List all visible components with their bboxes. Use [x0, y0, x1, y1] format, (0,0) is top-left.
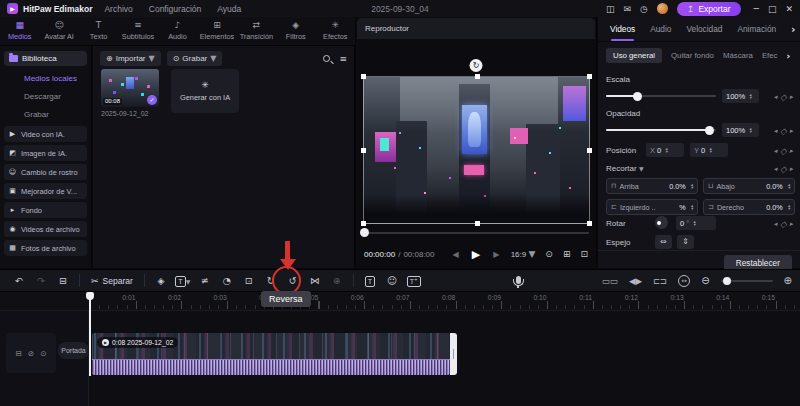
crop-icon[interactable]: ⊡ — [238, 275, 260, 286]
media-thumbnail[interactable]: 00:08 ✓ — [101, 69, 159, 107]
cover-button[interactable]: Portada — [58, 342, 89, 359]
ribbon-tab[interactable]: ▦ Medios — [0, 17, 39, 45]
maximize-icon[interactable]: □ — [768, 4, 777, 14]
library-item[interactable]: Medios locales — [0, 69, 91, 87]
previous-frame-icon[interactable]: ◀ — [453, 250, 459, 259]
stepper-icon[interactable]: ▴▾ — [693, 220, 695, 227]
list-view-icon[interactable]: ≡ — [339, 54, 347, 64]
search-icon[interactable] — [323, 55, 330, 62]
flip-vertical-icon[interactable]: ⇕ — [677, 235, 694, 249]
generate-ai-card[interactable]: ✳ Generar con IA — [171, 69, 239, 113]
ribbon-tab[interactable]: ≡ Subtítulos — [118, 17, 157, 45]
timeline-zoom-slider[interactable] — [721, 280, 773, 282]
video-selection[interactable] — [363, 76, 590, 224]
crop-field[interactable]: ⊓ Arriba 0.0% ▴▾ — [606, 178, 698, 194]
sidebar-item-biblioteca[interactable]: Biblioteca — [4, 51, 87, 66]
sidebar-tool[interactable]: ◉ Videos de archivo — [4, 221, 87, 237]
marker-icon[interactable]: ◈ — [150, 275, 172, 286]
selection-handle-nw[interactable] — [361, 74, 366, 79]
split-button[interactable]: ✂Separar — [91, 276, 133, 286]
sidebar-tool[interactable]: ▸ Fondo — [4, 202, 87, 218]
next-frame-icon[interactable]: ▶ — [493, 250, 499, 259]
crop-field[interactable]: ⊐ Derecho 0.0% ▴▾ — [703, 199, 795, 215]
timeline-ruler[interactable]: 0:010:020:030:040:050:060:070:080:090:10… — [0, 292, 800, 310]
layout-icon[interactable]: ◫ — [606, 4, 615, 14]
keyframe-controls[interactable]: ◂◇▸ — [773, 219, 793, 229]
selection-handle-n[interactable] — [475, 74, 480, 79]
ribbon-tab[interactable]: ✳ Efectos — [316, 17, 355, 45]
properties-subtab[interactable]: Efec — [762, 51, 778, 60]
playhead-line[interactable] — [89, 299, 91, 376]
stepper-icon[interactable]: ▴▾ — [709, 147, 711, 154]
snapshot-icon[interactable]: ⊙ — [545, 249, 553, 259]
ribbon-tab[interactable]: T Texto — [79, 17, 118, 45]
properties-tab[interactable]: Audio — [650, 24, 671, 34]
library-item[interactable]: Descargar — [0, 87, 91, 105]
scale-value-box[interactable]: 100%▴▾ — [722, 89, 759, 103]
crop-field[interactable]: ⊔ Abajo 0.0% ▴▾ — [703, 178, 795, 194]
keyframe-controls[interactable]: ◂◇▸ — [773, 164, 793, 174]
flip-horizontal-icon[interactable]: ⇔ — [655, 235, 672, 249]
sidebar-tool[interactable]: ▶ Video con IA. — [4, 126, 87, 142]
selection-handle-ne[interactable] — [587, 74, 592, 79]
rotate-dial[interactable] — [655, 216, 668, 229]
keyframe-controls[interactable]: ◂◇▸ — [773, 92, 793, 102]
stepper-icon[interactable]: ▴▾ — [665, 147, 667, 154]
menu-archivo[interactable]: Archivo — [104, 4, 132, 14]
waveform-view-icon[interactable]: ◀▶ — [629, 276, 642, 286]
crop-field[interactable]: ⊏ Izquierdo .. % ▴▾ — [606, 199, 698, 215]
stepper-icon[interactable]: ▴▾ — [749, 127, 751, 134]
properties-subtab[interactable]: Uso general — [606, 48, 662, 63]
position-x-field[interactable]: X0▴▾ — [646, 143, 684, 157]
zoom-slider-knob[interactable] — [723, 277, 731, 285]
zoom-out-icon[interactable]: ⊖ — [701, 275, 709, 286]
clip-view-icon[interactable]: ▭▭ — [602, 276, 618, 286]
keyframe-controls[interactable]: ◂◇▸ — [773, 146, 793, 156]
crop-label[interactable]: Recortar ▼ — [606, 164, 644, 173]
zoom-in-icon[interactable]: ⊕ — [784, 275, 792, 286]
scale-slider[interactable] — [606, 95, 716, 97]
ribbon-tab[interactable]: ☺ Avatar AI — [39, 17, 78, 45]
opacity-slider[interactable] — [606, 129, 716, 131]
rotate-selection-handle[interactable]: ↻ — [470, 59, 483, 72]
ribbon-tab[interactable]: ♪ Audio — [158, 17, 197, 45]
lock-track-icon[interactable]: ⊙ — [40, 349, 46, 358]
stepper-icon[interactable]: ▴▾ — [691, 183, 693, 190]
library-item[interactable]: Grabar — [0, 105, 91, 123]
properties-tab[interactable]: Animación — [737, 24, 776, 34]
track-height-icon[interactable]: ⊏⊐ — [653, 276, 667, 286]
mirror-icon[interactable]: ⋈ — [304, 275, 326, 286]
fullscreen-icon[interactable]: ⊡ — [580, 249, 588, 259]
timeline-clip[interactable]: ▶ 0:08 2025-09-12_02 — [92, 333, 450, 375]
opacity-value-box[interactable]: 100%▴▾ — [722, 123, 759, 137]
selection-handle-sw[interactable] — [361, 221, 366, 226]
record-button[interactable]: ⊙Grabar▼ — [167, 51, 223, 66]
clip-trim-handle-right[interactable] — [450, 333, 457, 375]
stepper-icon[interactable]: ▴▾ — [788, 204, 790, 211]
avatar[interactable] — [657, 3, 668, 14]
stepper-icon[interactable]: ▴▾ — [788, 183, 790, 190]
menu-ayuda[interactable]: Ayuda — [217, 4, 241, 14]
text-tool-icon[interactable]: T — [359, 275, 381, 287]
ribbon-tab[interactable]: ◈ Filtros — [276, 17, 315, 45]
scrubber-knob[interactable] — [360, 228, 369, 237]
minimize-icon[interactable]: ─ — [754, 4, 759, 14]
import-button[interactable]: ⊕Importar▼ — [100, 51, 161, 66]
properties-subtab[interactable]: Máscara — [723, 51, 753, 60]
sidebar-tool[interactable]: ▣ Mejorador de V... — [4, 183, 87, 199]
rotate-value-box[interactable]: 0°▴▾ — [676, 216, 716, 230]
chevron-right-icon[interactable]: › — [786, 51, 790, 61]
chevron-right-icon[interactable]: › — [791, 24, 795, 35]
selection-handle-se[interactable] — [587, 221, 592, 226]
face-tool-icon[interactable]: ☺ — [381, 275, 403, 286]
motion-tracking-icon[interactable]: ⊕ — [326, 275, 348, 286]
sidebar-tool[interactable]: ▦ Fotos de archivo — [4, 240, 87, 256]
keyframe-controls[interactable]: ◂◇▸ — [773, 126, 793, 136]
fit-timeline-icon[interactable]: ↔ — [678, 275, 690, 287]
history-icon[interactable]: ◷ — [640, 4, 648, 14]
play-icon[interactable]: ▶ — [472, 248, 480, 261]
player-scrubber[interactable] — [363, 232, 589, 234]
stepper-icon[interactable]: ▴▾ — [691, 204, 693, 211]
microphone-icon[interactable] — [516, 276, 521, 284]
sidebar-tool[interactable]: ☺ Cambio de rostro — [4, 164, 87, 180]
